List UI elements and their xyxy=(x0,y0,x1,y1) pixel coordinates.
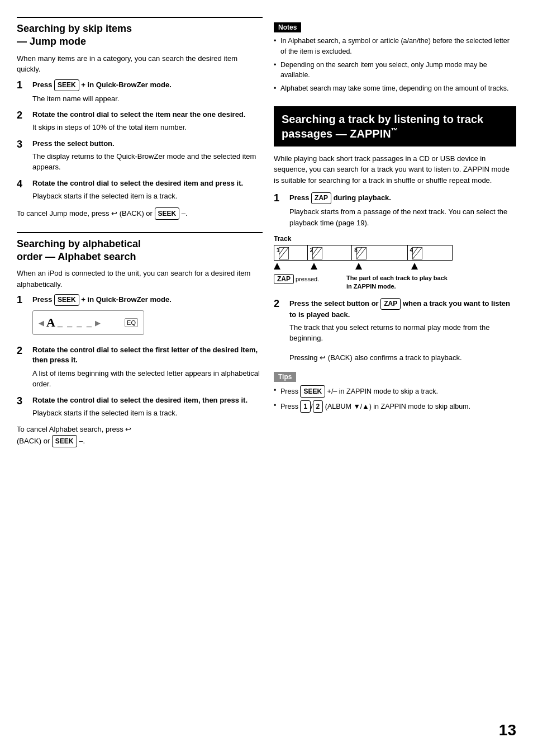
tips-header: Tips xyxy=(274,372,296,382)
svg-marker-15 xyxy=(411,263,418,270)
note-3: Alphabet search may take some time, depe… xyxy=(274,83,516,94)
zap-pressed-btn: ZAP xyxy=(274,274,294,284)
section1-title-line2: — Jump mode xyxy=(17,36,86,47)
left-column: Searching by skip items — Jump mode When… xyxy=(17,17,263,734)
step3-content: Press the select button. The display ret… xyxy=(32,139,263,173)
alpha-step2: 2 Rotate the control dial to select the … xyxy=(17,345,263,389)
section2-title-line2: order — Alphabet search xyxy=(17,251,136,262)
display-eq-indicator: EQ xyxy=(125,318,138,327)
zap-indicator-1 xyxy=(279,247,289,259)
zap-step2-title: Press the select button or ZAP when a tr… xyxy=(289,298,516,320)
step2-num: 2 xyxy=(17,110,28,133)
section2-title-line1: Searching by alphabetical xyxy=(17,238,141,249)
zap-step2: 2 Press the select button or ZAP when a … xyxy=(274,298,516,363)
alpha-step2-title: Rotate the control dial to select the fi… xyxy=(32,345,263,365)
section2-cancel: To cancel Alphabet search, press ↩ (BACK… xyxy=(17,424,263,447)
alpha-display: ◀ A _ _ _ _ ▶ EQ xyxy=(32,310,144,335)
alpha-step1-after: + in Quick-BrowZer mode. xyxy=(79,295,172,304)
step2-title: Rotate the control dial to select the it… xyxy=(32,110,263,120)
section2-title: Searching by alphabetical order — Alphab… xyxy=(17,238,263,264)
album-btn1: 1 xyxy=(300,400,311,413)
track-arrows xyxy=(274,263,453,271)
svg-marker-14 xyxy=(355,263,362,270)
zap-step1-title: Press ZAP during playback. xyxy=(289,192,516,204)
zap-step1-after: during playback. xyxy=(331,193,391,202)
track-seg-4: 4 xyxy=(408,245,453,260)
zap-part-text: The part of each track to play back in Z… xyxy=(346,274,453,291)
section1-cancel: To cancel Jump mode, press ↩ (BACK) or S… xyxy=(17,207,263,220)
step3: 3 Press the select button. The display r… xyxy=(17,139,263,173)
section3-title-box: Searching a track by listening to track … xyxy=(274,106,516,147)
display-alpha-char: A xyxy=(46,315,55,330)
up-arrow-2 xyxy=(311,263,317,270)
track-seg-1: 1 xyxy=(274,245,308,260)
step1-content: Press SEEK + in Quick-BrowZer mode. The … xyxy=(32,79,263,104)
up-arrow-4 xyxy=(411,263,418,270)
arrow-2 xyxy=(307,263,352,271)
step4-content: Rotate the control dial to select the de… xyxy=(32,178,263,202)
display-cursor-icon: ◀ xyxy=(39,319,44,327)
alpha-step3-desc: Playback starts if the selected item is … xyxy=(32,408,263,419)
section2-intro: When an iPod is connected to the unit, y… xyxy=(17,268,263,290)
zap-step1-content: Press ZAP during playback. Playback star… xyxy=(289,192,516,228)
album-btn2: 2 xyxy=(313,400,323,413)
display-left: ◀ A _ _ _ _ ▶ xyxy=(39,315,101,330)
step4-num: 4 xyxy=(17,178,28,202)
alpha-step3-title: Rotate the control dial to select the de… xyxy=(32,395,263,405)
step3-num: 3 xyxy=(17,139,28,173)
step3-title: Press the select button. xyxy=(32,139,263,149)
section1-title-line1: Searching by skip items xyxy=(17,23,132,34)
arrow-4 xyxy=(408,263,453,271)
svg-marker-13 xyxy=(311,263,317,270)
alpha-step1: 1 Press SEEK + in Quick-BrowZer mode. ◀ … xyxy=(17,294,263,339)
zap-step1-before: Press xyxy=(289,193,311,202)
tip-1: Press SEEK +/– in ZAPPIN mode to skip a … xyxy=(274,385,516,398)
zap-step1-desc: Playback starts from a passage of the ne… xyxy=(289,206,516,228)
cancel-end-1: –. xyxy=(179,209,187,218)
section3-title: Searching a track by listening to track … xyxy=(282,113,483,140)
up-arrow-1 xyxy=(274,263,280,270)
seek-btn-cancel2: SEEK xyxy=(52,435,77,447)
zap-indicator-2 xyxy=(312,247,322,259)
alpha-step2-content: Rotate the control dial to select the fi… xyxy=(32,345,263,389)
step1-num: 1 xyxy=(17,79,28,104)
arrow-3 xyxy=(352,263,408,271)
alpha-step2-num: 2 xyxy=(17,345,28,389)
zap-indicator-4 xyxy=(412,247,422,259)
alpha-step1-before: Press xyxy=(32,295,54,304)
step2: 2 Rotate the control dial to select the … xyxy=(17,110,263,133)
alpha-step2-desc: A list of items beginning with the selec… xyxy=(32,368,263,390)
step1-title-before: Press xyxy=(32,81,54,89)
step4: 4 Rotate the control dial to select the … xyxy=(17,178,263,202)
section2-rule xyxy=(17,232,263,233)
step1-title: Press SEEK + in Quick-BrowZer mode. xyxy=(32,79,263,91)
track-label: Track xyxy=(274,235,516,243)
display-dashes: _ _ _ _ xyxy=(58,318,93,328)
alpha-step1-num: 1 xyxy=(17,294,28,339)
seek-btn-1: SEEK xyxy=(54,79,79,91)
seek-btn-cancel1: SEEK xyxy=(155,207,180,220)
cancel-alpha-end: –. xyxy=(77,437,85,445)
section3-tm: ™ xyxy=(391,126,398,135)
zap-indicator-3 xyxy=(356,247,367,259)
up-arrow-3 xyxy=(355,263,362,270)
tips-box: Tips Press SEEK +/– in ZAPPIN mode to sk… xyxy=(274,372,516,413)
cancel-alpha-back: (BACK) or xyxy=(17,437,50,445)
seek-btn-alpha1: SEEK xyxy=(54,294,79,306)
step1: 1 Press SEEK + in Quick-BrowZer mode. Th… xyxy=(17,79,263,104)
alpha-step3-content: Rotate the control dial to select the de… xyxy=(32,395,263,419)
section1-intro: When many items are in a category, you c… xyxy=(17,53,263,75)
notes-box: Notes In Alphabet search, a symbol or ar… xyxy=(274,22,516,94)
alpha-step3-num: 3 xyxy=(17,395,28,419)
alpha-step3: 3 Rotate the control dial to select the … xyxy=(17,395,263,419)
arrow-1 xyxy=(274,263,307,271)
zap-step1-num: 1 xyxy=(274,192,285,228)
step4-desc: Playback starts if the selected item is … xyxy=(32,191,263,202)
zap-btn-2: ZAP xyxy=(380,298,401,310)
zap-step2-num: 2 xyxy=(274,298,285,363)
zap-step2-desc: The track that you select returns to nor… xyxy=(289,322,516,344)
alpha-step1-title: Press SEEK + in Quick-BrowZer mode. xyxy=(32,294,263,306)
step2-desc: It skips in steps of 10% of the total it… xyxy=(32,122,263,133)
cancel-alpha-before: To cancel Alphabet search, press ↩ xyxy=(17,425,131,433)
zap-btn-1: ZAP xyxy=(311,192,331,204)
